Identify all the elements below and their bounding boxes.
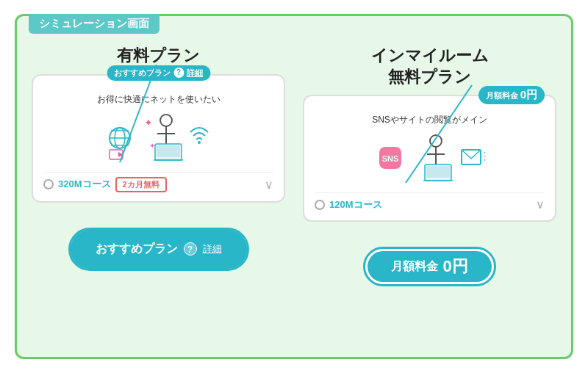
svg-rect-13	[157, 145, 180, 157]
svg-point-21	[430, 135, 442, 147]
left-card-badge: おすすめプラン ? 詳細	[107, 65, 210, 81]
left-card-row-left: 320Mコース 2カ月無料	[43, 177, 167, 192]
recommend-button[interactable]: おすすめプラン ? 詳細	[73, 232, 245, 267]
right-radio[interactable]	[315, 200, 325, 210]
svg-text:✦: ✦	[149, 142, 155, 150]
right-column: インマイルーム 無料プラン 月額料金 0円 SNSやサイトの閲覧がメイン	[303, 46, 556, 286]
right-illustration: SNS	[315, 132, 545, 185]
left-button-area: おすすめプラン ? 詳細	[32, 228, 285, 271]
left-radio[interactable]	[43, 179, 54, 189]
header-badge: シミュレーション画面	[29, 14, 159, 34]
left-btn-wrapper: おすすめプラン ? 詳細	[68, 228, 249, 271]
question-icon[interactable]: ?	[173, 68, 184, 78]
svg-rect-27	[426, 166, 450, 178]
right-btn-wrapper: 月額料金 0円	[363, 247, 495, 286]
svg-point-15	[198, 141, 201, 144]
right-card-row-left: 120Mコース	[315, 198, 382, 211]
right-chevron-icon[interactable]: ∨	[536, 198, 545, 211]
right-course-label: 120Mコース	[329, 198, 382, 211]
monthly-btn-zero: 0円	[442, 258, 467, 275]
svg-text:✦: ✦	[144, 117, 153, 128]
right-card-row: 120Mコース ∨	[315, 192, 545, 211]
left-card-subtitle: お得に快適にネットを使いたい	[43, 93, 273, 106]
left-badge-detail[interactable]: 詳細	[187, 68, 203, 79]
svg-text:SNS: SNS	[381, 154, 398, 163]
right-card-badge: 月額料金 0円	[478, 86, 545, 104]
right-badge-zero: 0円	[520, 88, 537, 101]
right-plan-card: 月額料金 0円 SNSやサイトの閲覧がメイン SNS	[303, 95, 556, 222]
right-button-area: 月額料金 0円	[303, 247, 556, 286]
left-card-section: おすすめプラン ? 詳細 お得に快適にネットを使いたい	[32, 74, 285, 271]
monthly-button[interactable]: 月額料金 0円	[368, 251, 491, 282]
simulation-screen: シミュレーション画面 有料プラン おすすめプラン ? 詳細 お得に快適にネットを…	[15, 14, 573, 359]
left-illus-svg: ✦ ✦	[104, 112, 214, 164]
svg-point-7	[160, 115, 172, 126]
right-badge-text: 月額料金	[486, 91, 518, 100]
right-card-section: 月額料金 0円 SNSやサイトの閲覧がメイン SNS	[303, 95, 556, 286]
left-plan-card: おすすめプラン ? 詳細 お得に快適にネットを使いたい	[32, 74, 285, 203]
columns-container: 有料プラン おすすめプラン ? 詳細 お得に快適にネットを使いたい	[32, 46, 556, 286]
right-card-subtitle: SNSやサイトの閲覧がメイン	[315, 114, 545, 126]
left-free-badge: 2カ月無料	[115, 177, 167, 192]
recommend-btn-detail[interactable]: 詳細	[203, 242, 222, 256]
recommend-btn-label: おすすめプラン	[96, 242, 178, 257]
left-illustration: ✦ ✦	[43, 112, 273, 164]
left-column: 有料プラン おすすめプラン ? 詳細 お得に快適にネットを使いたい	[32, 46, 285, 271]
monthly-btn-label: 月額料金	[391, 259, 438, 275]
recommend-question-icon[interactable]: ?	[184, 242, 197, 256]
right-illus-svg: SNS	[375, 132, 485, 185]
left-badge-text: おすすめプラン	[114, 68, 171, 79]
left-column-title: 有料プラン	[117, 46, 200, 67]
left-card-row: 320Mコース 2カ月無料 ∨	[43, 172, 273, 192]
left-chevron-icon[interactable]: ∨	[265, 178, 273, 192]
right-column-title: インマイルーム 無料プラン	[371, 46, 489, 87]
left-course-label: 320Mコース	[58, 178, 111, 191]
